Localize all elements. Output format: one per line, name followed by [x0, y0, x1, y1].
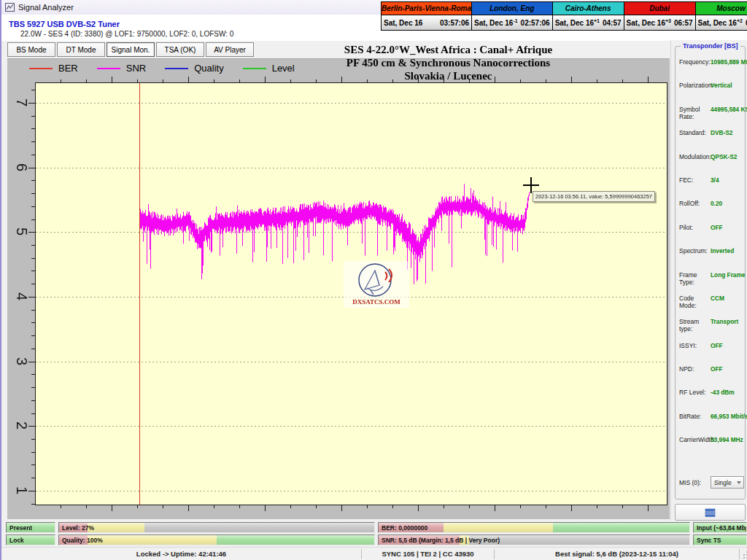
mis-dropdown[interactable]: Single	[711, 476, 744, 489]
gauge-sync-ts: Sync TS	[693, 534, 747, 545]
transponder-field-label: CarrierWidth:	[679, 436, 711, 443]
transponder-field-label: BitRate:	[679, 413, 711, 420]
resize-grip[interactable]	[741, 549, 747, 559]
status-sync-counts: SYNC 105 | TEI 2 | CC 43930	[362, 549, 495, 559]
signal-plot-canvas[interactable]	[12, 74, 669, 518]
transponder-field-value: OFF	[711, 342, 723, 349]
mode-tabstrip: BS ModeDT ModeSignal Mon.TSA (OK)AV Play…	[7, 42, 254, 58]
world-clock-strip: Berlin-Paris-Vienna-RomaSat, Dec 1603:57…	[381, 1, 747, 31]
window-title: Signal Analyzer	[18, 3, 74, 12]
transponder-panel: Transponder [BS] Frequency:10985,889 MHz…	[670, 40, 747, 521]
clock-time-value: 02:57:06	[521, 19, 550, 27]
y-axis-label: 2	[13, 416, 30, 435]
transponder-field-value: Vertical	[711, 82, 732, 89]
gauge-label: Present	[9, 524, 32, 532]
y-axis-label: 1	[13, 481, 30, 499]
transponder-row-modulation: Modulation:QPSK-S2	[676, 152, 745, 175]
status-lock-uptime: Locked -> Uptime: 42:41:46	[1, 549, 362, 559]
gauge-bars: PresentLevel: 27%BER: 0,0000000Input (~6…	[1, 521, 747, 546]
transponder-field-label: Code Mode:	[679, 295, 711, 309]
stream-list-button[interactable]	[675, 504, 746, 521]
tuner-details: 22.0W - SES 4 (ID: 3380) @ LOF1: 9750000…	[20, 30, 233, 38]
gauge-label: BER: 0,0000000	[382, 524, 427, 532]
clock-time-value: 04:57	[603, 19, 622, 27]
list-icon	[705, 508, 716, 517]
transponder-field-value: Inverted	[711, 247, 734, 254]
clock-cairo-athens: Cairo-AthensSat, Dec 16+104:57	[553, 1, 624, 31]
clock-london-eng: London, EngSat, Dec 16-102:57:06	[472, 1, 553, 31]
clock-time-value: 03:57:06	[440, 19, 469, 27]
transponder-field-value: OFF	[711, 365, 723, 373]
transponder-row-stream-type: Stream type:Transport	[676, 316, 745, 340]
clock-time-row: Sat, Dec 16+306:57	[624, 15, 695, 30]
transponder-row-fec: FEC:3/4	[676, 175, 745, 198]
clock-city-label: Dubai	[624, 2, 695, 15]
transponder-field-label: ISSYI:	[679, 342, 711, 349]
clock-moscow: MoscowSat, Dec 16+205:57	[696, 1, 747, 31]
transponder-field-label: Polarization:	[679, 82, 711, 89]
transponder-field-label: FEC:	[679, 176, 711, 184]
clock-city-label: London, Eng	[472, 2, 552, 15]
clock-date: Sat, Dec 16	[627, 19, 665, 27]
tuner-name: TBS 5927 USB DVB-S2 Tuner	[9, 20, 120, 28]
clock-date: Sat, Dec 16	[474, 19, 513, 27]
chevron-down-icon	[737, 481, 741, 484]
transponder-field-label: Spectrum:	[679, 247, 711, 254]
gauge-input: Input (~63,84 Mbps)	[693, 522, 747, 533]
clock-utc-offset: -1	[513, 18, 517, 23]
chart-title-block: SES 4-22.0°W_West Africa : Canal+ Afriqu…	[242, 43, 654, 82]
tab-bs-mode[interactable]: BS Mode	[7, 42, 55, 57]
transponder-field-label: Modulation:	[679, 153, 711, 160]
tab-signal-mon[interactable]: Signal Mon.	[107, 42, 155, 57]
transponder-row-issyi: ISSYI:OFF	[676, 341, 745, 364]
clock-time-value: 06:57	[674, 19, 693, 27]
clock-dubai: DubaiSat, Dec 16+306:57	[624, 1, 696, 31]
transponder-field-value: CCM	[711, 295, 724, 302]
clock-date: Sat, Dec 16	[555, 19, 594, 27]
transponder-row-spectrum: Spectrum:Inverted	[676, 246, 745, 269]
status-bar: Locked -> Uptime: 42:41:46 SYNC 105 | TE…	[1, 547, 747, 560]
legend-label: SNR	[126, 63, 146, 74]
transponder-field-value: 44995,584 KS/s	[711, 106, 747, 113]
legend-item-quality: Quality	[165, 63, 223, 74]
data-point-tooltip: 2023-12-16 03.56.11, value: 5,5999999046…	[533, 191, 655, 202]
y-axis-label: 6	[13, 158, 30, 176]
transponder-row-standard: Standard:DVB-S2	[676, 128, 745, 151]
legend-line-ber	[29, 68, 53, 69]
gauge-lock: Lock	[6, 534, 55, 545]
tab-dt-mode[interactable]: DT Mode	[57, 42, 105, 57]
y-axis-label: 7	[13, 93, 30, 112]
gauge-present: Present	[6, 522, 55, 533]
transponder-field-value: 3/4	[711, 176, 719, 184]
clock-time-row: Sat, Dec 16-102:57:06	[472, 15, 552, 30]
transponder-field-value: QPSK-S2	[711, 153, 737, 160]
transponder-field-label: RF Level:	[679, 389, 711, 396]
transponder-row-symbol-rate: Symbol Rate:44995,584 KS/s	[676, 104, 745, 128]
mis-label: MIS (0):	[679, 479, 711, 486]
transponder-row-bitrate: BitRate:66,953 Mbit/s	[676, 411, 745, 435]
y-axis-label: 3	[13, 351, 30, 370]
transponder-row-polarization: Polarization:Vertical	[676, 80, 745, 104]
transponder-field-label: RollOff:	[679, 200, 711, 207]
gauge-label: Level: 27%	[62, 524, 94, 532]
gauge-quality: Quality: 100%	[58, 534, 375, 545]
transponder-row-frame-type: Frame Type:Long Frame	[676, 270, 745, 293]
legend-item-snr: SNR	[97, 63, 146, 74]
transponder-field-label: Frequency:	[679, 58, 711, 66]
chart-title-line1: SES 4-22.0°W_West Africa : Canal+ Afriqu…	[242, 43, 654, 56]
transponder-field-value: Transport	[711, 318, 738, 325]
transponder-field-label: Frame Type:	[679, 271, 711, 286]
transponder-field-label: Stream type:	[679, 318, 711, 332]
transponder-field-label: Standard:	[679, 129, 711, 136]
transponder-row-frequency: Frequency:10985,889 MHz	[676, 57, 745, 80]
clock-utc-offset: +2	[737, 18, 743, 23]
clock-berlin-paris-vienna-roma: Berlin-Paris-Vienna-RomaSat, Dec 1603:57…	[381, 1, 472, 31]
transponder-field-value: DVB-S2	[711, 129, 732, 136]
clock-date: Sat, Dec 16	[384, 19, 422, 27]
legend-label: Quality	[194, 63, 223, 74]
gauge-label: Sync TS	[697, 537, 721, 544]
cursor-crosshair-horizontal	[523, 184, 539, 186]
tab-tsa-ok[interactable]: TSA (OK)	[156, 42, 204, 57]
clock-city-label: Moscow	[696, 2, 747, 15]
transponder-groupbox: Transponder [BS] Frequency:10985,889 MHz…	[675, 46, 746, 499]
